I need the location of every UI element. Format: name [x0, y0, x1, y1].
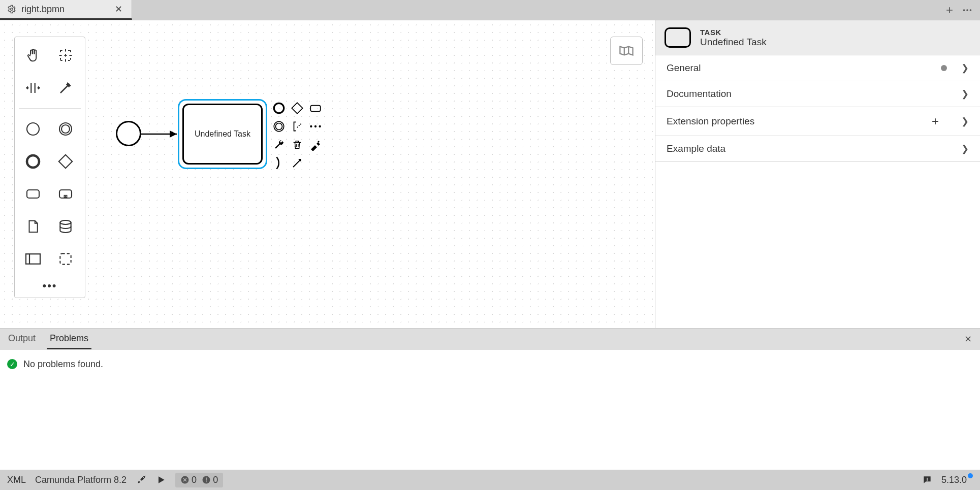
svg-point-2 [966, 9, 968, 11]
svg-rect-13 [26, 254, 40, 264]
delete-trash-icon[interactable] [290, 137, 305, 152]
append-intermediate-event[interactable] [271, 119, 287, 134]
platform-selector[interactable]: Camunda Platform 8.2 [35, 475, 127, 485]
add-extension-button[interactable]: + [932, 114, 939, 128]
svg-point-23 [314, 125, 317, 127]
section-extension-properties[interactable]: Extension properties + ❯ [655, 107, 980, 136]
chevron-right-icon: ❯ [961, 62, 969, 74]
create-gateway[interactable] [51, 147, 80, 176]
svg-rect-9 [27, 190, 39, 198]
svg-point-6 [61, 125, 70, 133]
create-data-store[interactable] [51, 212, 80, 241]
close-bottom-panel[interactable]: ✕ [961, 334, 975, 345]
section-general[interactable]: General ❯ [655, 55, 980, 81]
bottom-tabbar: Output Problems ✕ [0, 329, 980, 350]
warning-count: 0 [202, 475, 218, 485]
svg-point-0 [11, 8, 13, 11]
svg-point-22 [310, 125, 312, 127]
lint-summary[interactable]: 0 0 [175, 473, 223, 487]
create-data-object[interactable] [19, 212, 47, 241]
xml-toggle[interactable]: XML [7, 475, 26, 485]
file-tab[interactable]: right.bpmn ✕ [0, 0, 132, 20]
element-type-label: TASK [700, 28, 767, 37]
svg-point-4 [27, 123, 39, 135]
create-participant[interactable] [19, 245, 47, 273]
problems-list: ✓ No problems found. [0, 350, 980, 470]
new-tab-button[interactable] [944, 5, 955, 15]
append-task[interactable] [308, 101, 323, 116]
create-subprocess[interactable] [51, 180, 80, 208]
tab-problems[interactable]: Problems [47, 329, 91, 349]
chevron-right-icon: ❯ [961, 88, 969, 100]
feedback-icon[interactable] [922, 475, 932, 485]
attach-icon[interactable] [308, 137, 323, 152]
properties-panel: TASK Undefined Task General ❯ Documentat… [655, 20, 980, 328]
create-intermediate-event[interactable] [51, 115, 80, 143]
hand-tool[interactable] [19, 41, 47, 70]
section-example-data[interactable]: Example data ❯ [655, 136, 980, 162]
more-tab-actions[interactable] [962, 5, 973, 16]
error-count: 0 [180, 475, 197, 485]
task-type-icon [665, 27, 691, 48]
svg-rect-19 [310, 106, 321, 112]
problems-message: No problems found. [23, 359, 103, 370]
create-start-event[interactable] [19, 115, 47, 143]
svg-point-1 [963, 9, 965, 11]
tab-title: right.bpmn [21, 4, 65, 15]
minimap-toggle[interactable] [610, 37, 643, 65]
svg-point-21 [276, 123, 282, 130]
create-task[interactable] [19, 180, 47, 208]
svg-point-24 [319, 125, 321, 127]
chevron-right-icon: ❯ [961, 116, 969, 127]
task-label: Undefined Task [195, 129, 250, 139]
create-group[interactable] [51, 245, 80, 273]
append-text-annotation[interactable] [290, 119, 305, 134]
version-indicator[interactable]: 5.13.0 [941, 475, 973, 485]
append-end-event[interactable] [271, 101, 287, 116]
tab-bar: right.bpmn ✕ [0, 0, 980, 20]
svg-rect-29 [927, 478, 928, 480]
section-documentation[interactable]: Documentation ❯ [655, 81, 980, 107]
svg-rect-15 [60, 253, 71, 264]
svg-rect-8 [59, 155, 72, 168]
global-connect-tool[interactable] [51, 74, 80, 102]
dirty-indicator-icon [941, 65, 947, 71]
bpmn-task-selected[interactable]: Undefined Task [178, 99, 267, 169]
svg-rect-28 [206, 481, 207, 482]
svg-point-12 [60, 220, 71, 224]
element-name: Undefined Task [700, 37, 767, 48]
tool-palette: ••• [14, 37, 85, 298]
palette-more[interactable]: ••• [19, 277, 81, 293]
run-play-icon[interactable] [156, 475, 166, 485]
deploy-rocket-icon[interactable] [136, 474, 147, 485]
svg-rect-18 [292, 103, 302, 113]
diagram-canvas[interactable]: ••• Undefined Task [0, 20, 655, 328]
lasso-tool[interactable] [51, 41, 80, 70]
bpmn-start-event[interactable] [116, 121, 141, 146]
svg-point-7 [27, 155, 39, 168]
status-bar: XML Camunda Platform 8.2 0 0 5.13.0 [0, 470, 980, 490]
context-more-icon[interactable] [308, 119, 323, 134]
context-pad [271, 101, 332, 171]
svg-rect-27 [206, 478, 207, 481]
svg-point-17 [274, 103, 284, 113]
properties-header: TASK Undefined Task [655, 20, 980, 55]
tab-output[interactable]: Output [5, 329, 39, 349]
close-paren-icon[interactable] [271, 155, 287, 171]
chevron-right-icon: ❯ [961, 143, 969, 154]
gear-icon [7, 5, 16, 14]
space-tool[interactable] [19, 74, 47, 102]
svg-rect-30 [927, 480, 928, 481]
connect-arrow-icon[interactable] [290, 155, 305, 171]
svg-point-3 [970, 9, 972, 11]
change-type-wrench-icon[interactable] [271, 137, 287, 152]
close-tab-button[interactable]: ✕ [113, 4, 124, 15]
bottom-panel: Output Problems ✕ ✓ No problems found. [0, 328, 980, 470]
append-gateway[interactable] [290, 101, 305, 116]
update-available-dot-icon [968, 473, 973, 478]
canvas-grid [0, 20, 655, 328]
check-icon: ✓ [7, 359, 17, 369]
create-end-event[interactable] [19, 147, 47, 176]
